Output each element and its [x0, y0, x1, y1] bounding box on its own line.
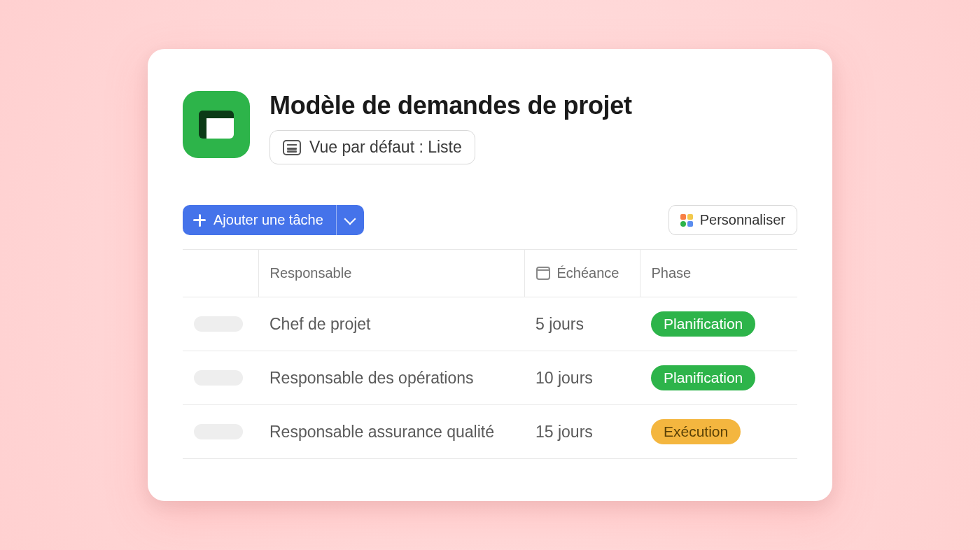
- default-view-label: Vue par défaut : Liste: [309, 138, 462, 157]
- tasks-table: Responsable Échéance Phase Chef de proje…: [183, 249, 797, 459]
- customize-icon: [680, 214, 693, 227]
- page-title: Modèle de demandes de projet: [270, 91, 632, 120]
- phase-badge: Planification: [651, 311, 755, 337]
- cell-due: 5 jours: [524, 297, 640, 351]
- tasks-table-body: Chef de projet 5 jours Planification Res…: [183, 297, 797, 459]
- header: Modèle de demandes de projet Vue par déf…: [183, 91, 797, 164]
- table-row[interactable]: Responsable assurance qualité 15 jours E…: [183, 405, 797, 459]
- task-name-placeholder: [194, 424, 243, 439]
- column-header-due[interactable]: Échéance: [524, 250, 640, 297]
- add-task-button[interactable]: Ajouter une tâche: [183, 205, 336, 235]
- column-header-empty: [183, 250, 258, 297]
- table-row[interactable]: Responsable des opérations 10 jours Plan…: [183, 351, 797, 405]
- column-header-responsible[interactable]: Responsable: [258, 250, 524, 297]
- cell-due: 15 jours: [524, 405, 640, 459]
- phase-badge: Planification: [651, 365, 755, 390]
- cell-responsible: Chef de projet: [258, 297, 524, 351]
- customize-button[interactable]: Personnaliser: [668, 205, 797, 235]
- chevron-down-icon: [344, 213, 356, 225]
- list-view-icon: [283, 140, 301, 155]
- cell-phase: Planification: [640, 351, 797, 405]
- cell-due: 10 jours: [524, 351, 640, 405]
- cell-phase: Planification: [640, 297, 797, 351]
- add-task-dropdown-button[interactable]: [336, 205, 364, 235]
- add-task-label: Ajouter une tâche: [214, 212, 323, 228]
- project-template-card: Modèle de demandes de projet Vue par déf…: [148, 49, 832, 501]
- add-task-button-group: Ajouter une tâche: [183, 205, 364, 235]
- default-view-chip[interactable]: Vue par défaut : Liste: [270, 130, 475, 164]
- table-row[interactable]: Chef de projet 5 jours Planification: [183, 297, 797, 351]
- customize-label: Personnaliser: [700, 212, 785, 228]
- task-name-placeholder: [194, 316, 243, 332]
- toolbar: Ajouter une tâche Personnaliser: [183, 205, 797, 235]
- cell-phase: Exécution: [640, 405, 797, 459]
- project-board-icon: [183, 91, 250, 158]
- phase-badge: Exécution: [651, 419, 741, 444]
- calendar-icon: [536, 267, 550, 280]
- table-header-row: Responsable Échéance Phase: [183, 250, 797, 297]
- plus-icon: [192, 213, 206, 227]
- column-header-phase[interactable]: Phase: [640, 250, 797, 297]
- column-header-due-label: Échéance: [557, 265, 620, 281]
- task-name-placeholder: [194, 370, 243, 386]
- cell-responsible: Responsable assurance qualité: [258, 405, 524, 459]
- header-text: Modèle de demandes de projet Vue par déf…: [270, 91, 632, 164]
- cell-responsible: Responsable des opérations: [258, 351, 524, 405]
